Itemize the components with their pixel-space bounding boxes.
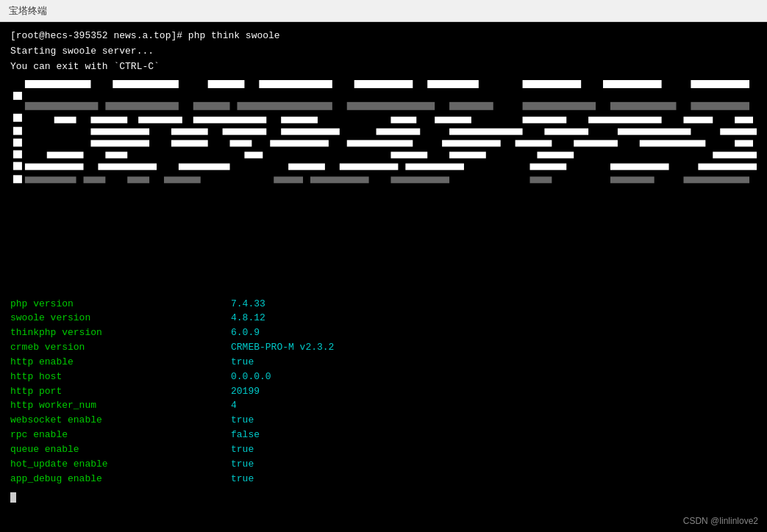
svg-rect-18 xyxy=(691,101,749,109)
svg-rect-65 xyxy=(340,163,399,170)
svg-rect-13 xyxy=(237,101,332,109)
table-row: http worker_num 4 xyxy=(10,399,757,413)
key-crmeb: crmeb version xyxy=(10,341,231,355)
val-thinkphp: 6.0.9 xyxy=(231,326,260,340)
svg-rect-45 xyxy=(270,140,329,146)
svg-rect-56 xyxy=(390,151,427,158)
svg-rect-27 xyxy=(523,116,567,123)
svg-rect-40 xyxy=(720,128,757,134)
svg-rect-47 xyxy=(442,140,501,146)
svg-rect-67 xyxy=(530,163,567,170)
svg-rect-69 xyxy=(698,163,757,170)
svg-rect-34 xyxy=(223,128,267,134)
svg-rect-57 xyxy=(449,151,486,158)
val-hotupdate-enable: true xyxy=(231,458,254,472)
table-row: queue enable true xyxy=(10,443,757,457)
svg-rect-70 xyxy=(13,175,22,183)
key-swoole: swoole version xyxy=(10,312,231,326)
svg-rect-79 xyxy=(610,176,654,183)
footer-credit: CSDN @linlinlove2 xyxy=(683,516,758,526)
svg-rect-0 xyxy=(25,80,91,88)
svg-rect-35 xyxy=(281,128,340,134)
svg-rect-50 xyxy=(640,140,706,146)
table-row: thinkphp version 6.0.9 xyxy=(10,326,757,340)
svg-rect-9 xyxy=(13,91,22,99)
svg-rect-49 xyxy=(574,140,618,146)
val-queue-enable: true xyxy=(231,443,254,457)
svg-rect-55 xyxy=(244,151,263,158)
svg-rect-44 xyxy=(230,140,252,146)
svg-rect-51 xyxy=(735,140,753,146)
prompt-text: [root@hecs-395352 news.a.top]# php think… xyxy=(10,30,280,41)
val-ws-enable: true xyxy=(231,414,254,428)
svg-rect-31 xyxy=(13,126,22,134)
svg-rect-1 xyxy=(113,80,179,88)
svg-rect-8 xyxy=(691,80,749,88)
svg-rect-63 xyxy=(179,163,230,170)
val-rpc-enable: false xyxy=(231,428,260,442)
svg-rect-71 xyxy=(25,176,76,183)
key-queue-enable: queue enable xyxy=(10,443,231,457)
svg-rect-60 xyxy=(13,162,22,170)
table-row: hot_update enable true xyxy=(10,458,757,472)
svg-rect-15 xyxy=(449,101,493,109)
svg-rect-77 xyxy=(390,176,449,183)
svg-rect-72 xyxy=(84,176,106,183)
key-rpc-enable: rpc enable xyxy=(10,428,231,442)
svg-rect-59 xyxy=(713,151,757,158)
table-row: php version 7.4.33 xyxy=(10,298,757,312)
svg-rect-10 xyxy=(25,101,99,109)
svg-rect-48 xyxy=(516,140,552,146)
svg-rect-30 xyxy=(735,116,753,123)
val-swoole: 4.8.12 xyxy=(231,312,265,326)
ascii-art-banner xyxy=(10,79,757,292)
svg-rect-36 xyxy=(377,128,421,134)
svg-rect-62 xyxy=(98,163,157,170)
svg-rect-19 xyxy=(13,113,22,121)
svg-rect-38 xyxy=(544,128,588,134)
val-php: 7.4.33 xyxy=(231,298,265,312)
table-row: crmeb version CRMEB-PRO-M v2.3.2 xyxy=(10,341,757,355)
prompt-line: [root@hecs-395352 news.a.top]# php think… xyxy=(10,29,757,43)
svg-rect-68 xyxy=(610,163,669,170)
input-line xyxy=(10,489,757,503)
svg-rect-24 xyxy=(281,116,318,123)
svg-rect-37 xyxy=(449,128,523,134)
info-table: php version 7.4.33 swoole version 4.8.12… xyxy=(10,298,757,486)
key-http-host: http host xyxy=(10,370,231,384)
svg-rect-14 xyxy=(347,101,435,109)
key-php: php version xyxy=(10,298,231,312)
terminal[interactable]: [root@hecs-395352 news.a.top]# php think… xyxy=(0,22,767,532)
credit-text: CSDN @linlinlove2 xyxy=(683,516,758,526)
svg-rect-6 xyxy=(523,80,582,88)
key-thinkphp: thinkphp version xyxy=(10,326,231,340)
exit-hint-text: You can exit with `CTRL-C` xyxy=(10,61,160,72)
val-appdebug-enable: true xyxy=(231,472,254,486)
table-row: http port 20199 xyxy=(10,385,757,399)
table-row: http host 0.0.0.0 xyxy=(10,370,757,384)
svg-rect-23 xyxy=(193,116,267,123)
svg-rect-76 xyxy=(310,176,369,183)
svg-rect-28 xyxy=(588,116,662,123)
svg-rect-66 xyxy=(405,163,464,170)
svg-rect-53 xyxy=(47,151,84,158)
svg-rect-21 xyxy=(90,116,127,123)
val-http-worker: 4 xyxy=(231,399,237,413)
svg-rect-3 xyxy=(259,80,332,88)
banner-svg xyxy=(10,79,757,284)
key-ws-enable: websocket enable xyxy=(10,414,231,428)
key-hotupdate-enable: hot_update enable xyxy=(10,458,231,472)
val-crmeb: CRMEB-PRO-M v2.3.2 xyxy=(231,341,334,355)
svg-rect-64 xyxy=(288,163,325,170)
table-row: websocket enable true xyxy=(10,414,757,428)
exit-hint-line: You can exit with `CTRL-C` xyxy=(10,60,757,74)
svg-rect-39 xyxy=(618,128,691,134)
svg-rect-42 xyxy=(90,140,149,146)
svg-rect-17 xyxy=(610,101,677,109)
svg-rect-16 xyxy=(523,101,596,109)
svg-rect-52 xyxy=(13,150,22,158)
svg-rect-54 xyxy=(105,151,127,158)
table-row: swoole version 4.8.12 xyxy=(10,312,757,326)
svg-rect-22 xyxy=(138,116,182,123)
key-http-enable: http enable xyxy=(10,356,231,370)
